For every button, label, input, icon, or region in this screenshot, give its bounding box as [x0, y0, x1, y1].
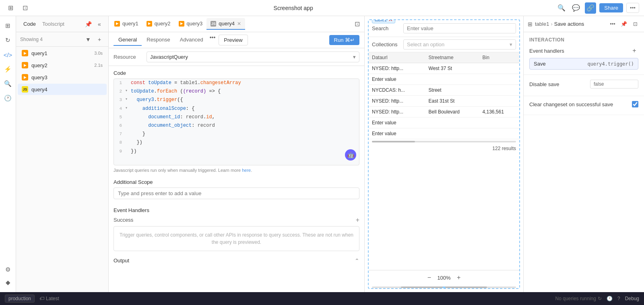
link-icon[interactable]: 🔗	[585, 2, 596, 14]
tab-expand-icon[interactable]: ⊡	[351, 19, 363, 30]
save-handler-row[interactable]: Save query4.trigger()	[529, 58, 638, 70]
tab-code[interactable]: Code	[20, 19, 39, 29]
preview-button[interactable]: Preview	[219, 35, 248, 45]
search-input[interactable]	[403, 23, 516, 33]
sidebar-bottom: ⚙ ◆	[2, 263, 14, 289]
share-button[interactable]: Share	[599, 3, 623, 12]
disable-save-section: Disable save	[524, 75, 644, 96]
resource-select[interactable]: JavascriptQuery ▾	[147, 52, 359, 62]
tab-query1[interactable]: ▶ query1	[110, 18, 142, 30]
query-icon-js: JS	[22, 86, 28, 93]
list-item[interactable]: JS query4	[18, 84, 107, 95]
js-note-link[interactable]: here	[242, 168, 251, 173]
list-item[interactable]: ▶ query2 2.1s	[18, 60, 107, 71]
collapse-icon[interactable]: «	[95, 19, 104, 29]
debug-button[interactable]: Debug	[625, 296, 639, 301]
disable-save-input[interactable]	[590, 80, 638, 89]
table-tag-close-icon[interactable]: ✕	[388, 19, 392, 23]
tab-label-query2: query2	[155, 21, 171, 27]
cell-enter-value[interactable]: Enter value	[369, 117, 425, 128]
zoom-out-button[interactable]: −	[424, 273, 434, 282]
tag-icon: 🏷	[39, 296, 44, 301]
cell-enter-value[interactable]: Enter value	[369, 74, 425, 85]
tab-query3[interactable]: ▶ query3	[175, 18, 207, 30]
code-line: 1 const toUpdate = table1.changesetArray	[114, 79, 359, 87]
editor-tabs: General Response Advanced •••	[114, 34, 215, 46]
editor-toolbar: General Response Advanced ••• Preview Ru…	[109, 32, 364, 48]
add-success-button[interactable]: +	[356, 216, 359, 224]
tab-close-icon[interactable]: ✕	[237, 21, 241, 27]
settings-icon[interactable]: ⚙	[2, 263, 14, 276]
clock-icon[interactable]: 🕐	[2, 92, 14, 105]
bolt-icon[interactable]: ⚡	[2, 63, 14, 76]
history-icon[interactable]: 🕐	[607, 296, 613, 301]
etab-general[interactable]: General	[114, 34, 142, 46]
event-handlers-row: Event handlers +	[529, 47, 638, 55]
collections-select[interactable]: Select an option ▾	[403, 39, 516, 49]
disable-save-row: Disable save	[529, 80, 638, 89]
query-icon-api: ▶	[22, 50, 28, 56]
code-block[interactable]: 1 const toUpdate = table1.changesetArray…	[114, 78, 359, 165]
col-header-dataurl[interactable]: Dataurl	[369, 52, 425, 63]
chat-icon[interactable]: 💬	[570, 2, 582, 14]
code-icon[interactable]: </>	[2, 48, 14, 61]
run-button[interactable]: Run ⌘↵	[329, 35, 359, 45]
queries-panel: Code Toolscript 📌 « Showing 4 ▼ + ▶ quer…	[16, 16, 109, 292]
code-line: 2 ▾ toUpdate.forEach ((record) => {	[114, 87, 359, 96]
query-name: query1	[31, 50, 94, 56]
app-title: Screenshot app	[274, 5, 313, 11]
more-tabs-icon[interactable]: •••	[210, 34, 216, 46]
filter-icon[interactable]: ▼	[83, 35, 93, 44]
ai-assistant-button[interactable]: 🤖	[345, 149, 356, 161]
cell-dataurl: NYCDCAS: h...	[369, 85, 425, 96]
save-handler-label: Save	[534, 61, 587, 67]
pin-icon[interactable]: 📌	[83, 19, 93, 29]
col-header-bin[interactable]: Bin	[479, 52, 519, 63]
query-icon-api: ▶	[22, 62, 28, 68]
diamond-icon[interactable]: ◆	[2, 276, 14, 289]
query-name: query2	[31, 62, 94, 68]
add-event-handler-button[interactable]: +	[630, 47, 638, 55]
output-label: Output	[114, 258, 129, 264]
add-query-icon[interactable]: +	[95, 35, 104, 44]
search-side-icon[interactable]: 🔍	[2, 77, 14, 90]
list-item[interactable]: ▶ query3	[18, 72, 107, 83]
tab-query2[interactable]: ▶ query2	[142, 18, 175, 30]
grid-icon[interactable]: ⊞	[5, 2, 16, 14]
collections-arrow-icon: ▾	[510, 41, 512, 47]
help-icon[interactable]: ?	[617, 296, 620, 301]
expand-icon[interactable]: ⊡	[630, 19, 640, 29]
dropdown-arrow-icon: ▾	[353, 54, 356, 60]
bottom-right: No queries running ↻ 🕐 ? Debug	[555, 296, 639, 301]
save-actions-panel: ⊞ table1 › Save actions ••• 📌 ⊡ Interact…	[523, 16, 644, 292]
zoom-in-button[interactable]: +	[454, 273, 464, 282]
cell-bin	[479, 74, 519, 85]
cell-bin	[479, 63, 519, 74]
col-header-streetname[interactable]: Streetname	[425, 52, 479, 63]
etab-response[interactable]: Response	[142, 34, 175, 46]
more-button[interactable]: •••	[626, 3, 639, 13]
pin-icon[interactable]: 📌	[619, 19, 629, 29]
cell-bin	[479, 85, 519, 96]
query-icon-api: ▶	[22, 74, 28, 80]
queries-header: Code Toolscript 📌 «	[16, 16, 108, 32]
clear-changeset-checkbox[interactable]	[632, 101, 638, 107]
search-icon[interactable]: 🔍	[556, 2, 567, 14]
cell-enter-value[interactable]: Enter value	[369, 128, 425, 139]
more-icon[interactable]: •••	[608, 19, 617, 29]
home-icon[interactable]: ⊞	[2, 19, 14, 32]
collapse-output-icon[interactable]: ⌃	[355, 258, 359, 264]
topbar: ⊞ ⊡ Screenshot app 🔍 💬 🔗 Share •••	[0, 0, 644, 16]
resize-handle[interactable]	[442, 286, 446, 289]
etab-advanced[interactable]: Advanced	[175, 34, 208, 46]
tab-query4[interactable]: JS query4 ✕	[206, 18, 245, 30]
env-badge[interactable]: production	[5, 295, 35, 303]
layout-icon[interactable]: ⊡	[19, 2, 31, 14]
scope-input[interactable]	[114, 188, 359, 199]
list-item[interactable]: ▶ query1 3.0s	[18, 47, 107, 59]
refresh-icon[interactable]: ↻	[598, 296, 602, 301]
code-line: 4 ▾ additionalScope: {	[114, 105, 359, 113]
tab-toolscript[interactable]: Toolscript	[39, 19, 68, 29]
showing-text: Showing 4	[20, 37, 43, 42]
refresh-icon[interactable]: ↻	[2, 34, 14, 47]
